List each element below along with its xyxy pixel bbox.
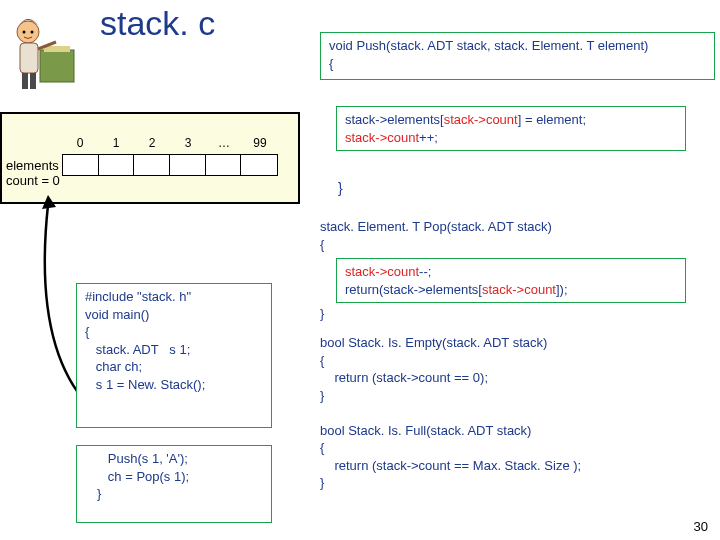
array-cell <box>63 155 99 175</box>
index-label: 1 <box>98 136 134 154</box>
index-label: 3 <box>170 136 206 154</box>
svg-rect-1 <box>44 46 70 52</box>
elements-label: elements <box>6 158 60 173</box>
page-number: 30 <box>694 519 708 534</box>
svg-rect-6 <box>22 73 28 89</box>
slide-title: stack. c <box>100 4 215 43</box>
teacher-icon <box>10 14 80 94</box>
main-code-box: #include "stack. h" void main() { stack.… <box>76 283 272 428</box>
svg-rect-7 <box>30 73 36 89</box>
push-close-brace: } <box>338 180 343 196</box>
svg-rect-0 <box>40 50 74 82</box>
array-cell <box>170 155 206 175</box>
svg-point-4 <box>31 31 34 34</box>
array-cell <box>206 155 242 175</box>
push-body-box: stack->elements[stack->count] = element;… <box>336 106 686 151</box>
array-cell <box>241 155 277 175</box>
svg-point-2 <box>17 21 39 43</box>
svg-point-3 <box>23 31 26 34</box>
array-cell <box>134 155 170 175</box>
index-label: 2 <box>134 136 170 154</box>
push-call-box: Push(s 1, 'A'); ch = Pop(s 1); } <box>76 445 272 523</box>
memory-box: 0 1 2 3 … 99 elements count = 0 <box>0 112 300 204</box>
pop-body-box: stack->count--; return(stack->elements[s… <box>336 258 686 303</box>
pop-close-brace: } <box>320 306 324 321</box>
index-label: 99 <box>242 136 278 154</box>
pop-def-text: stack. Element. T Pop(stack. ADT stack) … <box>320 218 552 253</box>
svg-rect-5 <box>20 43 38 73</box>
struct-labels: elements count = 0 <box>6 158 60 188</box>
array-cell <box>99 155 135 175</box>
array-diagram: 0 1 2 3 … 99 <box>62 136 278 176</box>
index-label: 0 <box>62 136 98 154</box>
count-label: count = 0 <box>6 173 60 188</box>
index-label: … <box>206 136 242 154</box>
bool-fns-text: bool Stack. Is. Empty(stack. ADT stack) … <box>320 334 581 492</box>
push-def-box: void Push(stack. ADT stack, stack. Eleme… <box>320 32 715 80</box>
